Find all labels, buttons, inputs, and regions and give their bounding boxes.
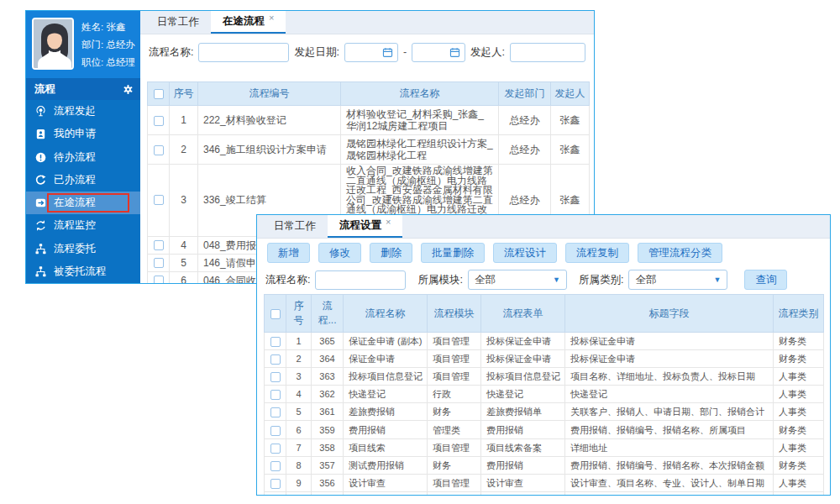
cell-index: 5 <box>170 254 198 271</box>
sidebar-item-label: 已办流程 <box>54 173 96 187</box>
new-button[interactable]: 新增 <box>267 243 310 263</box>
sidebar-item-label: 待办流程 <box>54 150 96 165</box>
cell-category: 财务类 <box>774 421 824 438</box>
category-label: 所属类别: <box>579 273 623 287</box>
cell-form: 投标保证金申请 <box>481 350 565 368</box>
process-name-input[interactable] <box>198 43 289 62</box>
cell-index: 4 <box>286 386 312 403</box>
edit-button[interactable]: 修改 <box>318 243 361 263</box>
select-all-checkbox[interactable] <box>270 309 281 319</box>
sidebar-item-label: 被委托流程 <box>54 265 107 279</box>
row-checkbox[interactable] <box>270 354 281 365</box>
table-row: 1 365 保证金申请 (副本) 项目管理 投标保证金申请 投标保证金申请 财务… <box>265 333 824 350</box>
cell-title-fields: 投标保证金申请 <box>565 350 774 368</box>
row-checkbox[interactable] <box>270 390 281 400</box>
category-select[interactable]: 全部 ▼ <box>628 270 727 290</box>
module-select[interactable]: 全部 ▼ <box>468 270 567 290</box>
close-icon[interactable]: × <box>386 217 391 227</box>
gear-icon[interactable] <box>123 84 134 95</box>
calendar-icon <box>449 47 460 58</box>
row-checkbox[interactable] <box>270 461 281 471</box>
column-header-name: 流程名称 <box>344 295 428 333</box>
manage-category-button[interactable]: 管理流程分类 <box>638 243 722 263</box>
sidebar-item-in-transit-processes[interactable]: 在途流程 <box>26 192 140 214</box>
sidebar-item-process-start[interactable]: 流程发起 <box>26 100 140 123</box>
process-copy-button[interactable]: 流程复制 <box>565 243 629 263</box>
profile-name: 姓名: 张鑫 <box>81 18 135 36</box>
tab-daily-work[interactable]: 日常工作 <box>145 11 211 34</box>
row-checkbox[interactable] <box>270 426 281 436</box>
category-select-value: 全部 <box>635 273 656 287</box>
sidebar-item-todo-processes[interactable]: 待办流程 <box>26 146 140 169</box>
row-checkbox[interactable] <box>270 479 281 489</box>
sidebar-menu: 流程发起 我的申请 待办流程 <box>26 100 140 283</box>
batch-delete-button[interactable]: 批量删除 <box>421 243 485 263</box>
select-all-checkbox[interactable] <box>154 89 164 99</box>
sync-icon <box>34 219 47 232</box>
sidebar-item-process-delegation[interactable]: 流程委托 <box>26 238 140 260</box>
org-tree-icon <box>34 243 47 255</box>
tab-label: 日常工作 <box>157 15 199 29</box>
cell-process-name: 设计审查 <box>344 474 428 491</box>
row-checkbox[interactable] <box>270 444 281 454</box>
process-design-button[interactable]: 流程设计 <box>493 243 557 263</box>
row-checkbox[interactable] <box>154 195 164 205</box>
sidebar: 姓名: 张鑫 部门: 总经办 职位: 总经理 流程 <box>26 11 140 283</box>
initiator-input[interactable] <box>510 43 585 62</box>
sidebar-item-done-processes[interactable]: 已办流程 <box>26 169 140 192</box>
tab-daily-work[interactable]: 日常工作 <box>262 215 328 238</box>
sidebar-item-label: 我的申请 <box>54 127 96 141</box>
date-from-input[interactable] <box>344 43 398 62</box>
filter-row: 流程名称: 所属模块: 全部 ▼ 所属类别: 全部 ▼ 查询 <box>257 267 830 292</box>
sidebar-item-delegated-processes[interactable]: 被委托流程 <box>26 260 140 283</box>
sidebar-item-process-monitor[interactable]: 流程监控 <box>26 214 140 237</box>
alert-icon <box>34 151 47 164</box>
broadcast-icon <box>34 105 47 118</box>
column-header-category: 流程类别 <box>774 295 824 333</box>
window-process-settings: 日常工作 流程设置 × 新增 修改 删除 批量删除 流程设计 流程复制 管理流程… <box>256 214 831 496</box>
row-checkbox[interactable] <box>270 337 281 347</box>
row-checkbox[interactable] <box>154 240 164 250</box>
user-profile: 姓名: 张鑫 部门: 总经办 职位: 总经理 <box>26 11 140 78</box>
checkbox-cell <box>148 271 170 283</box>
table-row: 7 358 项目线索 项目管理 项目线索备案 详细地址 人事类 <box>265 438 824 456</box>
row-checkbox[interactable] <box>154 116 164 126</box>
initiator-label: 发起人: <box>470 45 505 60</box>
date-to-input[interactable] <box>412 43 465 62</box>
checkbox-cell <box>148 165 170 237</box>
cell-category: 人事类 <box>774 403 824 421</box>
cell-module: 行政 <box>428 386 481 403</box>
cell-form: 差旅费报销单 <box>481 403 565 421</box>
cell-index: 3 <box>286 368 312 386</box>
cell-process-name: 差旅费报销 <box>344 403 428 421</box>
delete-button[interactable]: 删除 <box>370 243 412 263</box>
process-name-input[interactable] <box>315 270 406 290</box>
row-checkbox[interactable] <box>270 372 281 382</box>
chevron-down-icon: ▼ <box>553 276 560 284</box>
tab-in-transit-processes[interactable]: 在途流程 × <box>211 11 286 34</box>
column-header-module: 流程模块 <box>428 295 481 333</box>
redo-icon <box>34 174 47 186</box>
cell-form: 快递登记 <box>481 386 565 403</box>
sidebar-item-label: 流程发起 <box>54 104 96 118</box>
cell-index: 1 <box>286 333 312 350</box>
cell-category: 人事类 <box>774 438 824 456</box>
table-row: 10 355 设计进度汇报 项目管理 设计进度汇报 设计进度汇报、所属项目、任务… <box>265 491 824 496</box>
cell-process-name: 保证金申请 (副本) <box>344 333 428 350</box>
tab-process-settings[interactable]: 流程设置 × <box>328 215 402 238</box>
cell-form: 投标保证金申请 <box>481 333 565 350</box>
cell-index: 4 <box>170 236 198 254</box>
cell-title-fields: 项目名称、详细地址、投标负责人、投标日期 <box>565 368 774 386</box>
row-checkbox[interactable] <box>154 276 164 283</box>
search-button[interactable]: 查询 <box>744 270 787 290</box>
row-checkbox[interactable] <box>154 145 164 155</box>
row-checkbox[interactable] <box>154 258 164 268</box>
select-all-cell <box>148 82 170 106</box>
close-icon[interactable]: × <box>269 13 274 23</box>
checkbox-cell <box>265 403 286 421</box>
cell-category: 人事类 <box>774 474 824 491</box>
cell-module: 项目管理 <box>428 368 481 386</box>
sidebar-item-my-applications[interactable]: 我的申请 <box>26 123 140 145</box>
row-checkbox[interactable] <box>270 407 281 417</box>
avatar <box>32 18 74 70</box>
